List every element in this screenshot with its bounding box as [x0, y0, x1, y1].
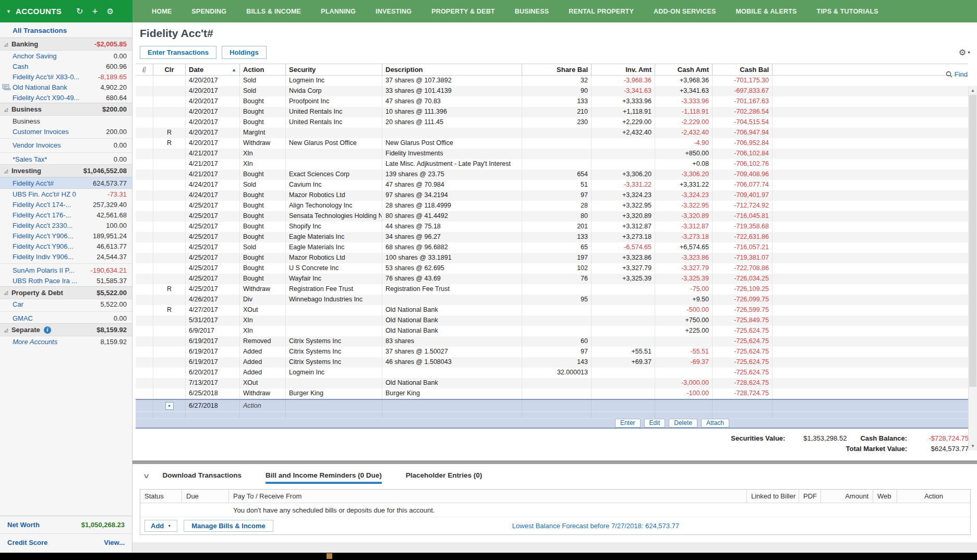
- sidebar-item-anchor-saving[interactable]: Anchor Saving0.00: [0, 51, 132, 61]
- info-icon[interactable]: i: [44, 326, 51, 334]
- transaction-row[interactable]: 4/24/2017SoldCavium Inc47 shares @ 70.98…: [136, 180, 968, 190]
- add-account-icon[interactable]: +: [92, 6, 98, 17]
- nav-item-tips-tutorials[interactable]: TIPS & TUTORIALS: [807, 8, 888, 15]
- transaction-row[interactable]: 4/20/2017SoldLogmein Inc37 shares @ 107.…: [136, 76, 968, 86]
- dropdown-icon[interactable]: ▼: [165, 402, 174, 410]
- register-gear-menu[interactable]: ⚙ ▼: [959, 47, 971, 57]
- holdings-button[interactable]: Holdings: [222, 46, 267, 59]
- collapse-triangle-icon[interactable]: ◿: [4, 42, 8, 47]
- transaction-row[interactable]: 4/25/2017SoldEagle Materials Inc68 share…: [136, 242, 968, 253]
- transaction-row[interactable]: 4/21/2017BoughtExact Sciences Corp139 sh…: [136, 169, 968, 180]
- reminders-col-status[interactable]: Status: [140, 490, 182, 503]
- sidebar-item-old-national-bank[interactable]: Old National Bank4,902.20: [0, 82, 132, 92]
- nav-item-add-on-services[interactable]: ADD-ON SERVICES: [644, 8, 726, 15]
- nav-item-business[interactable]: BUSINESS: [505, 8, 559, 15]
- col-header-date[interactable]: Date▲: [186, 64, 240, 75]
- transaction-row[interactable]: 4/21/2017XInFidelity Investments+850.00-…: [136, 149, 968, 159]
- transaction-row[interactable]: 4/21/2017XInLate Misc. Adjkustment - Lat…: [136, 159, 968, 169]
- attach-button[interactable]: Attach: [701, 419, 729, 428]
- reminders-col-web[interactable]: Web: [873, 490, 897, 503]
- collapse-triangle-icon[interactable]: ◿: [4, 168, 8, 174]
- register-scrollbar[interactable]: ▲ ▼: [968, 86, 977, 451]
- enter-transactions-button[interactable]: Enter Transactions: [140, 46, 216, 59]
- sidebar-item-business[interactable]: Business: [0, 116, 132, 126]
- sidebar-item-all-transactions[interactable]: All Transactions: [0, 22, 132, 38]
- sidebar-item-gmac[interactable]: GMAC0.00: [0, 311, 132, 324]
- sidebar-item-ubs-roth-pace-ira[interactable]: UBS Roth Pace Ira ...51,585.37: [0, 276, 132, 286]
- sidebar-item-sales-tax[interactable]: *Sales Tax*0.00: [0, 152, 132, 165]
- group-header-property-debt[interactable]: ◿Property & Debt$5,522.00: [0, 286, 132, 299]
- transaction-row[interactable]: 6/19/2017AddedCitrix Systems Inc46 share…: [136, 357, 968, 368]
- sidebar-item-fidelity-acc-t-y906[interactable]: Fidelity Acc't Y906...46,613.77: [0, 241, 132, 251]
- find-control[interactable]: Find: [946, 70, 968, 78]
- col-header-share[interactable]: Share Bal: [522, 64, 592, 75]
- enter-button[interactable]: Enter: [615, 419, 641, 428]
- transaction-row[interactable]: 6/9/2017XInOld National Bank+225.00-725,…: [136, 326, 968, 336]
- transaction-row[interactable]: R4/27/2017XOutOld National Bank-500.00-7…: [136, 305, 968, 315]
- sidebar-item-fidelity-acc-t-x90-49[interactable]: Fidelity Acc't X90-49...680.64: [0, 92, 132, 103]
- group-header-investing[interactable]: ◿Investing$1,046,552.08: [0, 164, 132, 177]
- credit-score-view-link[interactable]: View...: [104, 539, 125, 546]
- transaction-row[interactable]: 4/20/2017BoughtUnited Rentals Inc10 shar…: [136, 107, 968, 117]
- new-row-cell-clr[interactable]: ▼: [153, 400, 186, 411]
- edit-button[interactable]: Edit: [644, 419, 666, 428]
- transaction-row[interactable]: 4/25/2017BoughtU S Concrete Inc53 shares…: [136, 263, 968, 274]
- sidebar-item-fidelity-acc-t-2330[interactable]: Fidelity Acc't 2330...100.00: [0, 220, 132, 230]
- nav-item-property-debt[interactable]: PROPERTY & DEBT: [421, 8, 505, 15]
- transaction-row[interactable]: 4/25/2017BoughtMazor Robotics Ltd100 sha…: [136, 253, 968, 263]
- new-transaction-row[interactable]: ▼6/27/2018Action: [136, 400, 968, 411]
- transaction-row[interactable]: 6/20/2017AddedLogmein Inc32.000013-725,6…: [136, 368, 968, 378]
- new-transaction-empty-row[interactable]: [136, 411, 968, 418]
- nav-item-bills-income[interactable]: BILLS & INCOME: [236, 8, 311, 15]
- col-header-cash[interactable]: Cash Amt: [655, 64, 713, 75]
- sidebar-item-fidelity-acc-t[interactable]: Fidelity Acc't#624,573.77: [0, 177, 132, 189]
- transaction-row[interactable]: 4/25/2017BoughtSensata Technologies Hold…: [136, 211, 968, 222]
- add-reminder-button[interactable]: Add ▼: [144, 520, 177, 532]
- reminders-col-pdf[interactable]: PDF: [799, 490, 821, 503]
- transaction-row[interactable]: 4/25/2017BoughtEagle Materials Inc34 sha…: [136, 232, 968, 242]
- sidebar-item-fidelity-acc-t-x83-0[interactable]: Fidelity Acc't# X83-0...-8,189.65: [0, 71, 132, 82]
- collapse-triangle-icon[interactable]: ◿: [4, 107, 8, 112]
- transaction-row[interactable]: R4/25/2017WithdrawRegistration Fee Trust…: [136, 284, 968, 295]
- sidebar-item-fidelity-acc-t-174[interactable]: Fidelity Acc't 174-...257,329.40: [0, 199, 132, 210]
- sidebar-item-car[interactable]: Car5,522.00: [0, 299, 132, 310]
- transaction-row[interactable]: 4/20/2017BoughtUnited Rentals Inc20 shar…: [136, 117, 968, 128]
- transaction-row[interactable]: R4/20/2017MargInt+2,432.40-2,432.40-706,…: [136, 128, 968, 138]
- tab-placeholder-entries-0[interactable]: Placeholder Entries (0): [406, 471, 482, 484]
- nav-item-planning[interactable]: PLANNING: [311, 8, 366, 15]
- col-header-desc[interactable]: Description: [382, 64, 522, 75]
- manage-bills-income-button[interactable]: Manage Bills & Income: [184, 520, 273, 532]
- reminders-col-amount[interactable]: Amount: [821, 490, 873, 503]
- reminders-col-linked-to-biller[interactable]: Linked to Biller: [747, 490, 799, 503]
- scrollbar-up-icon[interactable]: ▲: [969, 86, 977, 95]
- taskbar-app-icon[interactable]: [327, 553, 332, 559]
- transaction-row[interactable]: 4/25/2017BoughtShopify Inc44 shares @ 75…: [136, 222, 968, 232]
- transaction-row[interactable]: 6/19/2017RemovedCitrix Systems Inc83 sha…: [136, 336, 968, 347]
- transaction-row[interactable]: 4/24/2017BoughtMazor Robotics Ltd97 shar…: [136, 190, 968, 201]
- sidebar-item-fidelity-indiv-y906[interactable]: Fidelity Indiv Y906...24,544.37: [0, 251, 132, 262]
- transaction-row[interactable]: 4/26/2017DivWinnebago Industries Inc95+9…: [136, 295, 968, 305]
- transaction-row[interactable]: R4/20/2017WithdrawNew Glarus Post Office…: [136, 138, 968, 149]
- transaction-row[interactable]: 4/25/2017BoughtWayfair Inc76 shares @ 43…: [136, 274, 968, 284]
- reminders-col-pay-to-receive-from[interactable]: Pay To / Receive From: [229, 490, 747, 503]
- sidebar-item-fidelity-acc-t-y906[interactable]: Fidelity Acc't Y906...189,951.24: [0, 230, 132, 241]
- transaction-row[interactable]: 6/25/2018WithdrawBurger KingBurger King-…: [136, 388, 968, 399]
- col-header-action[interactable]: Action: [240, 64, 286, 75]
- net-worth-label[interactable]: Net Worth: [7, 521, 40, 529]
- reminders-col-due[interactable]: Due: [182, 490, 229, 503]
- sidebar-item-sunam-polaris-ii-p[interactable]: SunAm Polaris II P...-190,634.21: [0, 263, 132, 276]
- transaction-row[interactable]: 5/31/2017XInOld National Bank+750.00-725…: [136, 315, 968, 326]
- lowest-balance-forecast-link[interactable]: Lowest Balance Forecast before 7/27/2018…: [512, 522, 679, 530]
- col-header-attach[interactable]: [136, 64, 153, 75]
- sidebar-item-cash[interactable]: Cash600.96: [0, 61, 132, 71]
- transaction-row[interactable]: 4/25/2017BoughtAlign Techonology Inc28 s…: [136, 201, 968, 211]
- col-header-bal[interactable]: Cash Bal: [713, 64, 773, 75]
- col-header-inv[interactable]: Inv. Amt: [592, 64, 655, 75]
- scrollbar-thumb[interactable]: [969, 95, 976, 387]
- transaction-row[interactable]: 4/20/2017SoldNvida Corp33 shares @ 101.4…: [136, 86, 968, 96]
- accounts-collapse-icon[interactable]: ▼: [6, 9, 11, 14]
- collapse-triangle-icon[interactable]: ◿: [4, 290, 8, 295]
- col-header-security[interactable]: Security: [286, 64, 382, 75]
- group-header-separate[interactable]: ◿Separatei$8,159.92: [0, 323, 132, 336]
- collapse-triangle-icon[interactable]: ◿: [4, 327, 8, 333]
